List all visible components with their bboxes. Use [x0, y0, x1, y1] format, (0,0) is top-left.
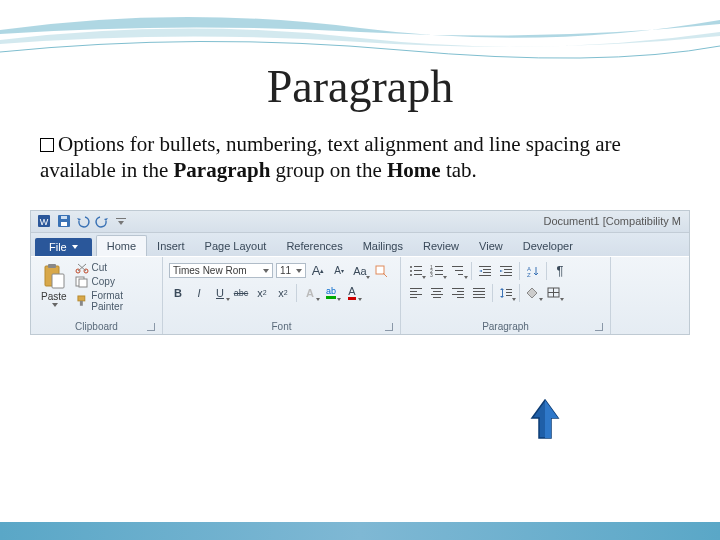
ribbon-body: Paste Cut Copy — [31, 256, 689, 334]
text-effects-button[interactable]: A — [301, 284, 319, 302]
svg-rect-37 — [504, 272, 512, 273]
svg-rect-38 — [500, 275, 512, 276]
ribbon-tabs: File Home Insert Page Layout References … — [31, 233, 689, 256]
svg-rect-13 — [78, 296, 85, 301]
line-spacing-button[interactable] — [497, 284, 515, 302]
undo-icon[interactable] — [75, 213, 91, 229]
shading-button[interactable] — [524, 284, 542, 302]
svg-rect-45 — [431, 288, 443, 289]
decrease-indent-button[interactable] — [476, 262, 494, 280]
svg-point-16 — [410, 266, 412, 268]
justify-button[interactable] — [470, 284, 488, 302]
highlight-button[interactable]: ab — [322, 284, 340, 302]
svg-rect-30 — [458, 274, 463, 275]
svg-rect-55 — [473, 294, 485, 295]
pointer-arrow-icon — [530, 398, 560, 442]
tab-home[interactable]: Home — [96, 235, 147, 256]
svg-rect-53 — [473, 288, 485, 289]
font-size-combo[interactable]: 11 — [276, 263, 306, 278]
multilevel-list-button[interactable] — [449, 262, 467, 280]
svg-rect-59 — [506, 292, 512, 293]
tab-page-layout[interactable]: Page Layout — [195, 236, 277, 256]
copy-button[interactable]: Copy — [75, 276, 156, 288]
svg-rect-43 — [410, 294, 422, 295]
svg-rect-48 — [433, 297, 441, 298]
svg-rect-36 — [504, 269, 512, 270]
svg-rect-63 — [553, 288, 554, 297]
superscript-button[interactable]: x2 — [274, 284, 292, 302]
svg-rect-29 — [455, 270, 463, 271]
svg-rect-33 — [483, 272, 491, 273]
svg-rect-25 — [435, 270, 443, 271]
tab-view[interactable]: View — [469, 236, 513, 256]
grow-font-button[interactable]: A▴ — [309, 262, 327, 280]
svg-rect-12 — [79, 279, 87, 287]
svg-rect-8 — [52, 274, 64, 288]
svg-rect-35 — [500, 266, 512, 267]
italic-button[interactable]: I — [190, 284, 208, 302]
svg-rect-3 — [61, 222, 67, 226]
borders-button[interactable] — [545, 284, 563, 302]
font-color-button[interactable]: A — [343, 284, 361, 302]
svg-rect-47 — [431, 294, 443, 295]
svg-rect-32 — [483, 269, 491, 270]
svg-text:Z: Z — [527, 272, 531, 277]
tab-insert[interactable]: Insert — [147, 236, 195, 256]
svg-rect-7 — [48, 264, 56, 268]
align-center-button[interactable] — [428, 284, 446, 302]
svg-rect-46 — [433, 291, 441, 292]
align-left-button[interactable] — [407, 284, 425, 302]
strikethrough-button[interactable]: abc — [232, 284, 250, 302]
svg-rect-31 — [479, 266, 491, 267]
font-name-combo[interactable]: Times New Rom — [169, 263, 273, 278]
increase-indent-button[interactable] — [497, 262, 515, 280]
svg-rect-41 — [410, 288, 422, 289]
clear-formatting-button[interactable] — [372, 262, 390, 280]
underline-button[interactable]: U — [211, 284, 229, 302]
svg-rect-60 — [506, 295, 512, 296]
slide-body: Options for bullets, numbering, text ali… — [40, 131, 680, 184]
subscript-button[interactable]: x2 — [253, 284, 271, 302]
align-right-button[interactable] — [449, 284, 467, 302]
svg-rect-42 — [410, 291, 417, 292]
svg-rect-49 — [452, 288, 464, 289]
bold-button[interactable]: B — [169, 284, 187, 302]
svg-rect-52 — [457, 297, 464, 298]
shrink-font-button[interactable]: A▾ — [330, 262, 348, 280]
tab-references[interactable]: References — [276, 236, 352, 256]
bullets-button[interactable] — [407, 262, 425, 280]
brush-icon — [75, 295, 89, 307]
group-paragraph: 123 AZ ¶ — [401, 257, 611, 334]
word-app-icon: W — [37, 213, 53, 229]
sort-button[interactable]: AZ — [524, 262, 542, 280]
format-painter-button[interactable]: Format Painter — [75, 290, 156, 312]
group-label-paragraph: Paragraph — [407, 320, 604, 333]
save-icon[interactable] — [56, 213, 72, 229]
svg-rect-44 — [410, 297, 417, 298]
svg-rect-50 — [457, 291, 464, 292]
file-tab[interactable]: File — [35, 238, 92, 256]
svg-rect-34 — [479, 275, 491, 276]
change-case-button[interactable]: Aa — [351, 262, 369, 280]
word-ribbon-screenshot: W Document1 [Compatibility M File Home I… — [30, 210, 690, 335]
svg-rect-54 — [473, 291, 485, 292]
bullet-square-icon — [40, 138, 54, 152]
tab-mailings[interactable]: Mailings — [353, 236, 413, 256]
tab-developer[interactable]: Developer — [513, 236, 583, 256]
svg-rect-15 — [376, 266, 384, 274]
svg-point-18 — [410, 270, 412, 272]
scissors-icon — [75, 262, 89, 274]
paste-button[interactable]: Paste — [37, 260, 71, 320]
qat-customize-icon[interactable] — [113, 213, 129, 229]
slide-footer-bar — [0, 522, 720, 540]
tab-review[interactable]: Review — [413, 236, 469, 256]
numbering-button[interactable]: 123 — [428, 262, 446, 280]
svg-rect-14 — [79, 300, 82, 305]
svg-rect-5 — [116, 218, 126, 219]
cut-button[interactable]: Cut — [75, 262, 156, 274]
show-hide-button[interactable]: ¶ — [551, 262, 569, 280]
svg-rect-57 — [502, 290, 503, 296]
redo-icon[interactable] — [94, 213, 110, 229]
svg-rect-17 — [414, 266, 422, 267]
svg-rect-23 — [435, 266, 443, 267]
